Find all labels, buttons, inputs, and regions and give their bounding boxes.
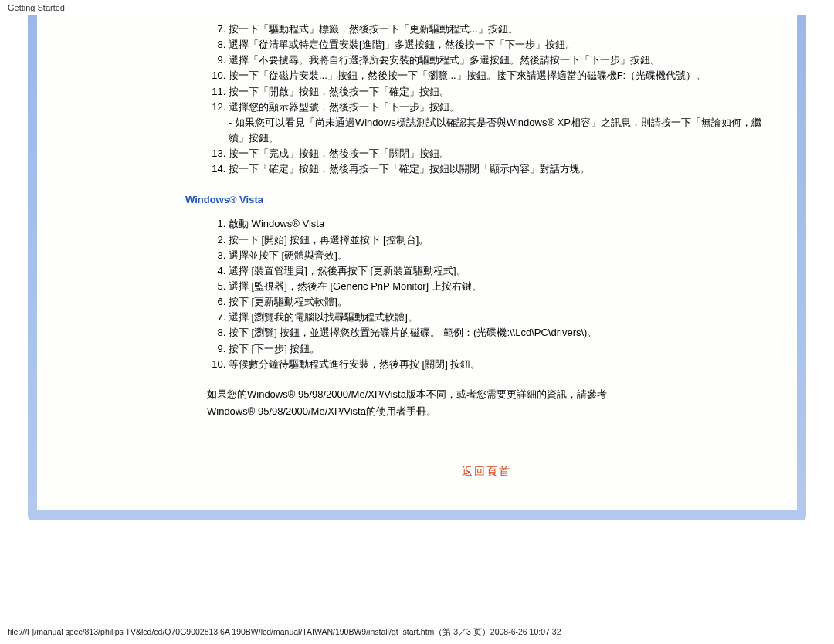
outer-frame: 按一下「驅動程式」標籤，然後按一下「更新驅動程式...」按鈕。選擇「從清單或特定… bbox=[28, 15, 806, 520]
list-item: 選擇並按下 [硬體與音效]。 bbox=[229, 248, 766, 263]
list-item: 按下 [瀏覽] 按鈕，並選擇您放置光碟片的磁碟。 範例：(光碟機:\\Lcd\P… bbox=[229, 325, 766, 341]
list-item: 選擇 [瀏覽我的電腦以找尋驅動程式軟體]。 bbox=[229, 310, 766, 325]
list-item: 選擇 [監視器]，然後在 [Generic PnP Monitor] 上按右鍵。 bbox=[229, 279, 766, 294]
list-item: 選擇您的顯示器型號，然後按一下「下一步」按鈕。 - 如果您可以看見「尚未通過Wi… bbox=[229, 100, 766, 146]
list-item: 選擇「從清單或特定位置安裝[進階]」多選按鈕，然後按一下「下一步」按鈕。 bbox=[229, 37, 766, 53]
footer-file-path: file:///F|/manual spec/813/philips TV&lc… bbox=[8, 627, 561, 638]
list-item: 按一下「完成」按鈕，然後按一下「關閉」按鈕。 bbox=[229, 146, 766, 161]
list-item: 按一下「確定」按鈕，然後再按一下「確定」按鈕以關閉「顯示內容」對話方塊。 bbox=[229, 161, 766, 177]
list-item: 選擇「不要搜尋。我將自行選擇所要安裝的驅動程式」多選按鈕。然後請按一下「下一步」… bbox=[229, 53, 766, 68]
return-link-container: 返回頁首 bbox=[207, 465, 766, 479]
vista-heading: Windows® Vista bbox=[185, 194, 766, 205]
inner-page: 按一下「驅動程式」標籤，然後按一下「更新驅動程式...」按鈕。選擇「從清單或特定… bbox=[37, 15, 797, 510]
page-header-title: Getting Started bbox=[0, 0, 834, 15]
return-top-link[interactable]: 返回頁首 bbox=[462, 465, 511, 477]
list-item: 按下 [更新驅動程式軟體]。 bbox=[229, 294, 766, 310]
xp-steps-list: 按一下「驅動程式」標籤，然後按一下「更新驅動程式...」按鈕。選擇「從清單或特定… bbox=[207, 22, 766, 177]
list-item: 啟動 Windows® Vista bbox=[229, 216, 766, 232]
footnote-line1: 如果您的Windows® 95/98/2000/Me/XP/Vista版本不同，… bbox=[207, 388, 607, 400]
list-item: 按一下「開啟」按鈕，然後按一下「確定」按鈕。 bbox=[229, 84, 766, 100]
list-item: 按下 [下一步] 按鈕。 bbox=[229, 341, 766, 357]
vista-steps-list: 啟動 Windows® Vista按一下 [開始] 按鈕，再選擇並按下 [控制台… bbox=[207, 216, 766, 371]
list-item: 選擇 [裝置管理員]，然後再按下 [更新裝置驅動程式]。 bbox=[229, 263, 766, 279]
list-item: 按一下 [開始] 按鈕，再選擇並按下 [控制台]。 bbox=[229, 232, 766, 248]
footnote-line2: Windows® 95/98/2000/Me/XP/Vista的使用者手冊。 bbox=[207, 405, 436, 417]
footnote-text: 如果您的Windows® 95/98/2000/Me/XP/Vista版本不同，… bbox=[207, 386, 766, 420]
list-item: 等候數分鐘待驅動程式進行安裝，然後再按 [關閉] 按鈕。 bbox=[229, 357, 766, 372]
content-area: 按一下「驅動程式」標籤，然後按一下「更新驅動程式...」按鈕。選擇「從清單或特定… bbox=[207, 22, 766, 479]
list-item: 按一下「從磁片安裝...」按鈕，然後按一下「瀏覽...」按鈕。接下來請選擇適當的… bbox=[229, 68, 766, 83]
list-item: 按一下「驅動程式」標籤，然後按一下「更新驅動程式...」按鈕。 bbox=[229, 22, 766, 37]
